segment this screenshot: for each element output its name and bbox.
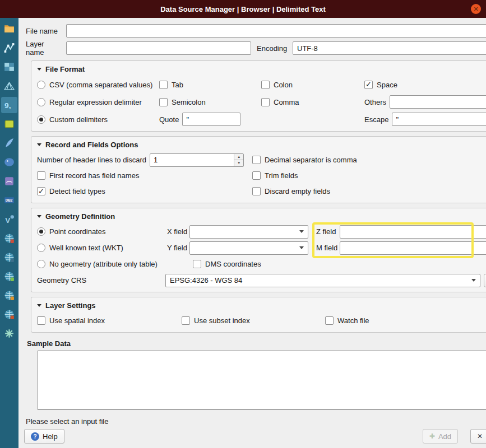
checkbox-indicator (252, 171, 261, 180)
radio-indicator (37, 227, 45, 236)
x-field-select[interactable] (189, 225, 308, 239)
sidebar-item-mesh[interactable] (1, 78, 17, 94)
layer-name-input[interactable] (66, 41, 251, 55)
db2-icon: DB2 (3, 194, 15, 206)
escape-input[interactable] (392, 113, 486, 126)
sidebar-item-arcgis-feature-server[interactable] (1, 306, 17, 323)
x-field-label: X field (167, 227, 189, 236)
file-format-group: File Format CSV (comma separated values)… (31, 60, 486, 132)
space-checkbox[interactable]: Space (364, 81, 486, 89)
geometry-crs-label: Geometry CRS (37, 276, 165, 284)
sidebar-item-vector[interactable] (1, 40, 17, 56)
sidebar-item-wcs[interactable] (1, 249, 17, 265)
sidebar-item-raster[interactable] (1, 59, 17, 75)
sidebar-item-wfs[interactable] (1, 268, 17, 284)
no-geometry-radio[interactable]: No geometry (attribute only table) (37, 260, 167, 268)
arcgis-map-server-globe-icon (3, 290, 15, 301)
record-fields-group: Record and Fields Options Number of head… (31, 136, 486, 203)
dms-coordinates-checkbox[interactable]: DMS coordinates (193, 260, 261, 268)
y-field-select[interactable] (189, 241, 308, 255)
checkbox-indicator (252, 187, 261, 195)
z-field-select[interactable] (340, 225, 486, 239)
checkbox-indicator (261, 81, 270, 89)
decimal-separator-checkbox[interactable]: Decimal separator is comma (252, 156, 486, 164)
data-source-manager-window: Data Source Manager | Browser | Delimite… (0, 0, 486, 448)
wkt-radio[interactable]: Well known text (WKT) (37, 244, 167, 252)
radio-indicator (37, 115, 45, 124)
csv-radio[interactable]: CSV (comma separated values) (37, 81, 159, 89)
sidebar-item-wms-wmts[interactable] (1, 230, 17, 246)
watch-file-label: Watch file (337, 316, 369, 325)
first-record-checkbox[interactable]: First record has field names (37, 171, 252, 180)
semicolon-checkbox[interactable]: Semicolon (159, 98, 261, 106)
y-field-label: Y field (167, 244, 189, 252)
tab-checkbox-label: Tab (172, 81, 183, 89)
tab-checkbox[interactable]: Tab (159, 81, 261, 89)
dms-coordinates-label: DMS coordinates (205, 260, 261, 268)
others-delimiter-input[interactable] (390, 95, 486, 109)
header-lines-input[interactable] (150, 154, 234, 166)
no-geometry-label: No geometry (attribute only table) (49, 260, 158, 268)
sidebar-item-db2[interactable]: DB2 (1, 192, 17, 208)
file-format-title: File Format (45, 65, 85, 73)
spin-down-icon[interactable]: ▼ (234, 160, 243, 166)
window-close-button[interactable]: ✕ (471, 4, 481, 14)
file-format-group-header[interactable]: File Format (37, 63, 486, 74)
checkbox-indicator (37, 171, 45, 180)
close-button[interactable]: ✕ Close (470, 429, 486, 444)
regex-delimiter-radio[interactable]: Regular expression delimiter (37, 98, 159, 106)
geopackage-icon (3, 118, 15, 130)
quote-input[interactable] (182, 113, 240, 126)
svg-text:9,: 9, (4, 101, 11, 110)
arcgis-feature-server-globe-icon (3, 309, 15, 320)
select-crs-button[interactable] (484, 274, 486, 287)
discard-empty-fields-checkbox[interactable]: Discard empty fields (252, 187, 486, 195)
geometry-group-header[interactable]: Geometry Definition (37, 211, 486, 222)
titlebar[interactable]: Data Source Manager | Browser | Delimite… (0, 0, 486, 18)
dropdown-arrow-icon (299, 246, 304, 249)
sidebar-item-geopackage[interactable] (1, 116, 17, 132)
comma-checkbox[interactable]: Comma (261, 98, 364, 106)
sidebar-item-mssql[interactable] (1, 173, 17, 189)
collapse-arrow-icon (37, 143, 41, 146)
geometry-crs-select[interactable]: EPSG:4326 - WGS 84 (165, 274, 480, 287)
sidebar-item-spatialite[interactable] (1, 135, 17, 151)
record-fields-group-header[interactable]: Record and Fields Options (37, 139, 486, 150)
comma-checkbox-label: Comma (274, 98, 299, 106)
regex-radio-label: Regular expression delimiter (49, 98, 142, 106)
decimal-separator-label: Decimal separator is comma (265, 156, 357, 164)
sidebar-item-geonode[interactable] (1, 325, 17, 342)
file-name-input[interactable] (66, 24, 486, 38)
sample-data-area[interactable] (38, 351, 486, 410)
add-button[interactable]: ✚ Add (423, 429, 458, 444)
collapse-arrow-icon (37, 68, 41, 71)
watch-file-checkbox[interactable]: Watch file (325, 316, 486, 325)
help-button[interactable]: ? Help (24, 429, 64, 444)
add-plus-icon: ✚ (429, 432, 435, 440)
sidebar-item-virtual-layer[interactable]: V (1, 211, 17, 227)
trim-fields-checkbox[interactable]: Trim fields (252, 171, 486, 180)
sidebar-item-arcgis-map-server[interactable] (1, 287, 17, 304)
point-coordinates-label: Point coordinates (49, 227, 105, 236)
m-field-select[interactable] (340, 241, 486, 255)
sidebar-item-delimited-text[interactable]: 9, (1, 97, 17, 113)
point-coordinates-radio[interactable]: Point coordinates (37, 227, 167, 236)
use-spatial-index-checkbox[interactable]: Use spatial index (37, 316, 182, 325)
header-lines-spinbox[interactable]: ▲ ▼ (150, 153, 244, 167)
add-button-label: Add (438, 432, 451, 441)
delimited-text-icon: 9, (3, 99, 15, 111)
csv-radio-label: CSV (comma separated values) (49, 81, 152, 89)
delimited-text-pane: File name … Layer name Encoding UTF-8 Fi… (18, 18, 486, 448)
spatialite-feather-icon (3, 137, 15, 149)
spin-up-icon[interactable]: ▲ (234, 154, 243, 161)
help-button-label: Help (43, 432, 58, 441)
sidebar-item-browser[interactable] (1, 21, 17, 37)
sidebar-item-postgresql[interactable] (1, 154, 17, 170)
layer-settings-group-header[interactable]: Layer Settings (37, 300, 486, 311)
close-x-icon: ✕ (477, 432, 483, 440)
colon-checkbox[interactable]: Colon (261, 81, 364, 89)
encoding-select[interactable]: UTF-8 (293, 41, 486, 55)
detect-field-types-checkbox[interactable]: Detect field types (37, 187, 252, 195)
custom-delimiters-radio[interactable]: Custom delimiters (37, 115, 159, 124)
use-subset-index-checkbox[interactable]: Use subset index (182, 316, 325, 325)
